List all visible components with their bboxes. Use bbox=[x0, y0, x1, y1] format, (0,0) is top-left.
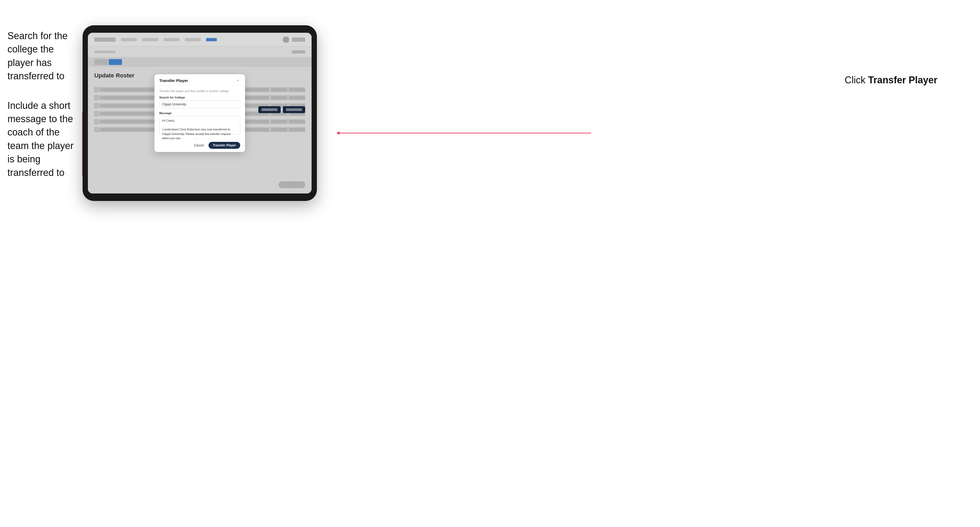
tablet-device: Update Roster bbox=[83, 25, 317, 201]
modal-footer: Cancel Transfer Player bbox=[154, 138, 245, 152]
annotation-text-1: Search for the college the player has tr… bbox=[8, 29, 80, 83]
college-label: Search for College bbox=[159, 96, 240, 99]
transfer-player-button[interactable]: Transfer Player bbox=[208, 142, 240, 149]
modal-body: Transfer the player and their profile to… bbox=[154, 86, 245, 138]
cancel-button[interactable]: Cancel bbox=[192, 142, 206, 148]
transfer-player-modal: Transfer Player × Transfer the player an… bbox=[154, 74, 245, 152]
svg-marker-4 bbox=[336, 132, 339, 135]
modal-header: Transfer Player × bbox=[154, 74, 245, 86]
modal-title: Transfer Player bbox=[159, 78, 188, 83]
annotation-right-bold: Transfer Player bbox=[868, 75, 937, 86]
annotation-right-prefix: Click bbox=[845, 75, 868, 86]
annotation-left: Search for the college the player has tr… bbox=[8, 29, 80, 179]
message-label: Message bbox=[159, 111, 240, 115]
modal-overlay: Transfer Player × Transfer the player an… bbox=[88, 33, 312, 194]
college-input[interactable]: Clippd University bbox=[159, 100, 240, 108]
annotation-right: Click Transfer Player bbox=[845, 75, 937, 86]
modal-description: Transfer the player and their profile to… bbox=[159, 89, 240, 93]
annotation-text-2: Include a short message to the coach of … bbox=[8, 99, 80, 179]
message-textarea[interactable]: Hi Coach,I understand Chris Robertson ha… bbox=[159, 116, 240, 135]
modal-close-button[interactable]: × bbox=[235, 78, 240, 83]
tablet-screen: Update Roster bbox=[88, 33, 312, 194]
